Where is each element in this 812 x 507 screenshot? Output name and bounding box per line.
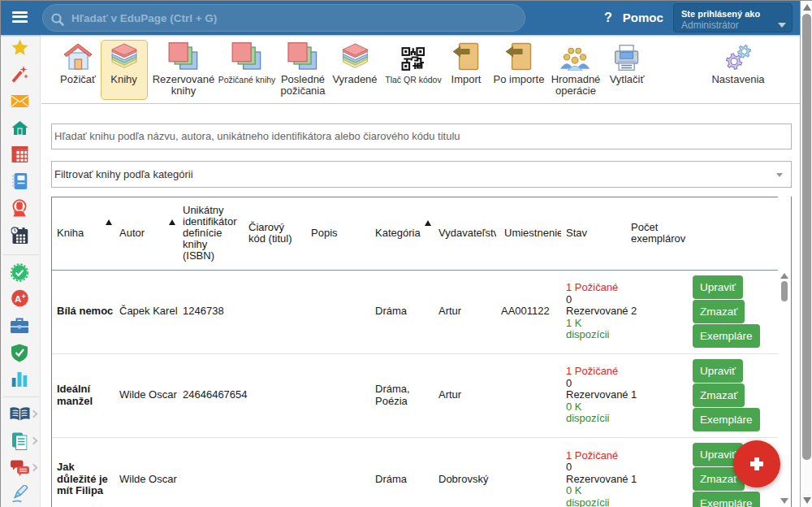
svg-text:+: +: [21, 292, 25, 301]
svg-text:A: A: [15, 294, 21, 304]
